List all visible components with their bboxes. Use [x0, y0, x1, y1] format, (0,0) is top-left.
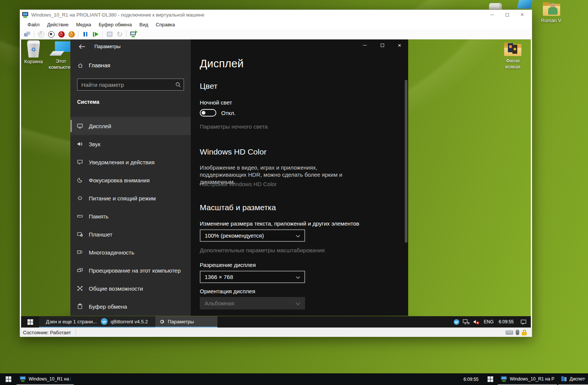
menu-help[interactable]: Справка — [152, 20, 179, 29]
save-state-icon — [105, 30, 114, 38]
sidebar-item-shared-experiences[interactable]: Общие возможности — [70, 279, 191, 297]
secure-lock-icon — [522, 330, 527, 335]
advanced-scaling-link[interactable]: Дополнительные параметры масштабирования — [200, 247, 325, 253]
sidebar-item-projecting[interactable]: Проецирование на этот компьютер — [70, 261, 191, 279]
home-icon — [77, 62, 84, 68]
shared-experiences-icon — [77, 285, 83, 291]
outer-start-button[interactable] — [0, 373, 17, 385]
vm-menubar: Файл Действие Медиа Буфер обмена Вид Спр… — [20, 20, 532, 29]
settings-scrollbar[interactable] — [405, 80, 407, 243]
outer-taskbar-vm-button-monitor2[interactable]: Windows_10_R1 на P... — [498, 373, 557, 385]
sidebar-item-display[interactable]: Дисплей — [70, 117, 191, 135]
page-title: Дисплей — [200, 58, 244, 70]
outer-start-button-monitor2[interactable] — [483, 373, 498, 385]
outer-taskbar-clock[interactable]: 6:09:55 — [451, 373, 479, 385]
partial-computer-icon[interactable] — [517, 0, 533, 9]
vm-maximize-button[interactable] — [500, 11, 515, 19]
menu-file[interactable]: Файл — [24, 20, 43, 29]
vm-status-text: Состояние: Работает — [23, 330, 71, 335]
vm-taskbar-edge-button[interactable]: Дзен и еще 1 страни... — [39, 316, 97, 327]
settings-main: Дисплей Цвет Ночной свет Откл. Параметры… — [191, 39, 408, 316]
reset-icon[interactable] — [67, 30, 76, 38]
tray-language[interactable]: ENG — [482, 316, 496, 327]
orientation-label: Ориентация дисплея — [200, 288, 255, 294]
tray-volume-muted-icon[interactable] — [471, 316, 481, 327]
gear-icon — [159, 319, 165, 324]
vm-start-button[interactable] — [21, 316, 39, 327]
vm-window-title: Windows_10_R1 на PROLIANT-DL380 - подклю… — [31, 12, 485, 18]
menu-action[interactable]: Действие — [43, 20, 72, 29]
back-arrow-icon[interactable] — [76, 42, 88, 52]
action-center-icon[interactable] — [517, 316, 530, 327]
partial-recycle-bin-icon[interactable] — [488, 0, 503, 9]
tray-network-icon[interactable] — [461, 316, 471, 327]
turn-off-icon[interactable] — [47, 30, 55, 38]
vm-icon-folder[interactable]: Фигня всякая — [498, 42, 527, 70]
vm-connection-icon — [22, 12, 28, 17]
sidebar-item-multitasking[interactable]: Многозадачность — [70, 243, 191, 261]
search-input[interactable] — [77, 82, 172, 88]
keyboard-capture-icon — [506, 330, 513, 335]
revert-icon — [115, 30, 124, 38]
notifications-icon — [77, 159, 83, 165]
vm-minimize-button[interactable] — [485, 11, 500, 19]
vm-screen: ♻ Корзина Этот компьютер Фигня всякая — [21, 39, 531, 327]
sidebar-item-focus[interactable]: Фокусировка внимания — [70, 171, 191, 189]
resume-icon[interactable] — [91, 30, 100, 38]
outer-taskbar: Windows_10_R1 на P... 6:09:55 Windows_10… — [0, 373, 588, 385]
sidebar-item-clipboard[interactable]: Буфер обмена — [70, 297, 191, 315]
shut-down-icon[interactable] — [57, 30, 65, 38]
scale-dropdown[interactable]: 100% (рекомендуется) — [200, 229, 305, 242]
menu-clipboard[interactable]: Буфер обмена — [95, 20, 135, 29]
outer-taskbar-vm-button[interactable]: Windows_10_R1 на P... — [17, 373, 74, 385]
vm-icon-recycle-bin[interactable]: ♻ Корзина — [21, 41, 48, 65]
vm-titlebar[interactable]: Windows_10_R1 на PROLIANT-DL380 - подклю… — [20, 10, 532, 20]
night-light-toggle[interactable]: Откл. — [200, 109, 236, 117]
vm-icon-label: Фигня всякая — [498, 58, 527, 70]
sidebar-item-power[interactable]: Питание и спящий режим — [70, 189, 191, 207]
sidebar-item-sound[interactable]: Звук — [70, 135, 191, 153]
this-pc-icon — [51, 41, 71, 57]
windows-logo-icon — [488, 376, 493, 382]
screen: Roman V. Windows_10_R1 на PROLIANT-DL380… — [0, 0, 588, 385]
power-icon — [77, 195, 83, 201]
checkpoint-icon[interactable] — [129, 30, 138, 38]
menu-media[interactable]: Медиа — [72, 20, 95, 29]
outer-taskbar-hyperv-manager-button[interactable]: Диспетчер — [558, 373, 588, 385]
user-folder-icon — [543, 2, 560, 17]
search-icon[interactable] — [172, 82, 184, 88]
vm-connection-icon — [501, 376, 507, 382]
moon-icon — [77, 177, 83, 183]
tray-clock[interactable]: 6:09:55 — [496, 316, 517, 327]
hdr-settings-link[interactable]: Настройки Windows HD Color — [200, 181, 277, 187]
qbittorrent-icon: qb — [101, 318, 108, 325]
sidebar-item-tablet[interactable]: Планшет — [70, 225, 191, 243]
pause-icon[interactable] — [81, 30, 90, 38]
vm-taskbar: Дзен и еще 1 страни... qb qBittorrent v4… — [21, 316, 531, 327]
sidebar-item-home[interactable]: Главная — [77, 62, 110, 68]
sidebar-item-notifications[interactable]: Уведомления и действия — [70, 153, 191, 171]
sidebar-home-label: Главная — [89, 62, 110, 68]
desktop-icon-roman[interactable]: Roman V. — [537, 2, 566, 24]
resolution-label: Разрешение дисплея — [200, 262, 256, 268]
vm-taskbar-qbittorrent-button[interactable]: qb qBittorrent v4.5.2 — [97, 316, 155, 327]
night-light-label: Ночной свет — [200, 99, 232, 106]
windows-logo-icon — [27, 319, 33, 325]
sidebar-item-storage[interactable]: Память — [70, 207, 191, 225]
projecting-icon — [77, 267, 83, 273]
night-light-state: Откл. — [221, 110, 236, 116]
vm-taskbar-settings-button[interactable]: Параметры — [155, 316, 217, 327]
menu-view[interactable]: Вид — [135, 20, 152, 29]
settings-window: Параметры Главная Система — [70, 39, 408, 316]
vm-close-button[interactable]: ✕ — [515, 11, 530, 19]
ctrl-alt-del-icon[interactable] — [23, 30, 31, 38]
toggle-off-icon[interactable] — [200, 109, 216, 117]
resolution-dropdown[interactable]: 1366 × 768 — [200, 271, 305, 283]
vm-toolbar — [20, 29, 532, 39]
night-light-settings-link[interactable]: Параметры ночного света — [200, 123, 268, 130]
tray-qbittorrent-icon[interactable]: qb — [452, 316, 461, 327]
chevron-down-icon — [296, 232, 300, 239]
settings-search-box[interactable] — [77, 79, 184, 91]
power-disabled-icon — [37, 30, 45, 38]
multitasking-icon — [77, 249, 83, 255]
